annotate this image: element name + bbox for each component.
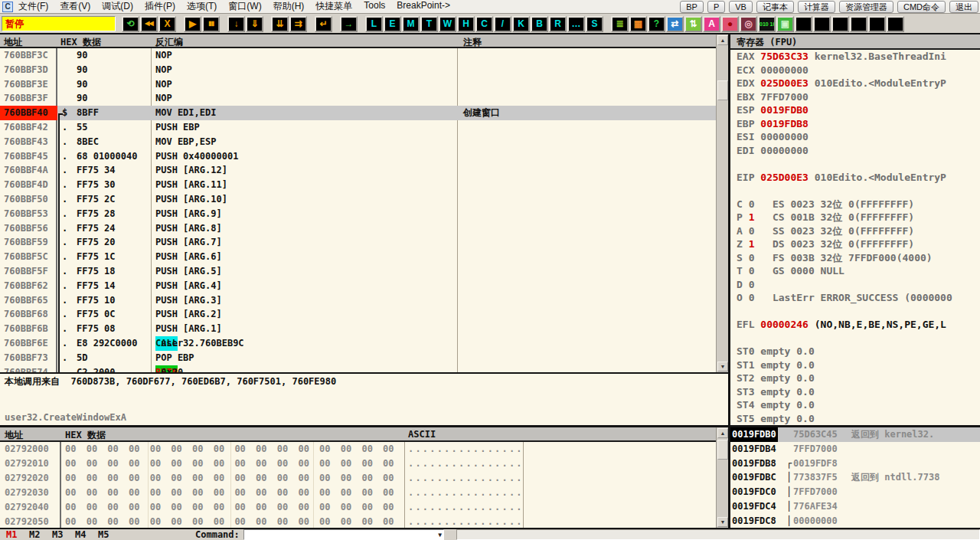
dump-row[interactable]: 02792040 00 00 00 00 00 00 00 00 00 00 0… [0,500,716,515]
disassembly-row[interactable]: 760BBF45 . 68 01000040 PUSH 0x40000001 [0,149,728,164]
chevron-down-icon[interactable]: ▼ [438,532,442,538]
menu-file[interactable]: 文件(F) [18,0,49,13]
vb-button[interactable]: VB [729,1,753,13]
disassembly-row[interactable]: 760BBF3C 90 NOP [0,48,728,63]
disassembly-row[interactable]: 760BBF3F 90 NOP [0,91,728,106]
register-line[interactable]: ST3 empty 0.0 [730,385,980,399]
binary-button[interactable]: 010 101 [758,16,776,32]
tables-button[interactable]: ▦ [629,16,647,32]
stack-row[interactable]: 0019FDBC │ 773837F5 返回到 ntdll.7738 [730,470,980,485]
p-button[interactable]: P [707,1,725,13]
register-line[interactable] [730,157,980,171]
register-line[interactable]: ECX 00000000 [730,64,980,77]
register-line[interactable]: O 0 LastErr ERROR_SUCCESS (0000000 [730,291,980,305]
register-line[interactable] [730,305,980,319]
disassembly-row[interactable]: 760BBF4A . FF75 34 PUSH [ARG.12] [0,163,728,178]
go-to-button[interactable]: → [340,16,358,32]
scrollbar-thumb[interactable] [717,80,728,100]
animate-over-button[interactable]: ⇉ [289,16,307,32]
disassembly-row[interactable]: 760BBF40 $ 8BFF MOV EDI,EDI 创建窗口 [0,106,728,120]
restart-button[interactable]: ⟲ [122,16,139,32]
dump-scrollbar[interactable]: ▲ ▼ [716,427,728,528]
disassembly-row[interactable]: 760BBF59 . FF75 20 PUSH [ARG.7] [0,235,728,250]
windows-list-button[interactable]: ≣ [611,16,629,32]
cpu-window-button[interactable]: C [475,16,493,32]
dump-row[interactable]: 02792030 00 00 00 00 00 00 00 00 00 00 0… [0,486,716,500]
help-button[interactable]: ? [648,16,665,32]
scrollbar-thumb[interactable] [717,440,728,460]
disassembly-row[interactable]: 760BBF74 . C2 2000 RETN 0x20 [0,365,728,372]
register-line[interactable]: P 1 CS 001B 32位 0(FFFFFFFF) [730,211,980,224]
memory-window-button[interactable]: M [402,16,420,32]
register-line[interactable]: C 0 ES 0023 32位 0(FFFFFFFF) [730,198,980,211]
disassembly-row[interactable]: 760BBF4D . FF75 30 PUSH [ARG.11] [0,178,728,192]
patches-window-button[interactable]: / [494,16,511,32]
mark-m1[interactable]: M1 [6,529,17,540]
menu-options[interactable]: 选项(T) [186,0,217,13]
threads-window-button[interactable]: T [420,16,438,32]
modules-window-button[interactable]: E [384,16,401,32]
rewind-button[interactable]: ◀◀ [140,16,158,32]
register-line[interactable]: A 0 SS 0023 32位 0(FFFFFFFF) [730,224,980,238]
blank-button-6[interactable] [887,16,904,32]
swap-button[interactable]: ⇄ [666,16,684,32]
scroll-down-arrow-icon[interactable]: ▼ [717,517,728,527]
dump-row[interactable]: 02792010 00 00 00 00 00 00 00 00 00 00 0… [0,457,716,471]
bp-button[interactable]: BP [680,1,704,13]
handles-window-button[interactable]: H [457,16,475,32]
menu-tools[interactable]: Tools [363,0,386,13]
updown-button[interactable]: ⇅ [684,16,702,32]
register-line[interactable]: ST2 empty 0.0 [730,371,980,385]
register-line[interactable]: ESP 0019FDB0 [730,103,980,117]
register-line[interactable]: D 0 [730,278,980,292]
register-line[interactable]: S 0 FS 003B 32位 7FFDF000(4000) [730,251,980,265]
close-button[interactable]: X [158,16,176,32]
record-button[interactable]: ● [721,16,739,32]
menu-breakpoint[interactable]: BreakPoint-> [396,0,451,13]
mark-m4[interactable]: M4 [75,529,86,540]
blank-button-4[interactable] [850,16,867,32]
register-line[interactable]: ST1 empty 0.0 [730,358,980,372]
register-line[interactable]: ST0 empty 0.0 [730,345,980,358]
mark-m3[interactable]: M3 [52,529,63,540]
references-window-button[interactable]: R [549,16,567,32]
animate-into-button[interactable]: ⇊ [271,16,289,32]
register-line[interactable]: EAX 75D63C33 kernel32.BaseThreadIni [730,50,980,64]
register-line[interactable]: Z 1 DS 0023 32位 0(FFFFFFFF) [730,237,980,251]
register-line[interactable]: EDX 025D00E3 010Edito.<ModuleEntryP [730,77,980,90]
register-line[interactable]: ESI 00000000 [730,130,980,144]
disassembly-row[interactable]: 760BBF68 . FF75 0C PUSH [ARG.2] [0,307,728,322]
stack-row[interactable]: 0019FDC0 │ 7FFD7000 [730,485,980,499]
register-line[interactable]: EFL 00000246 (NO,NB,E,BE,NS,PE,GE,L [730,318,980,332]
notepad-button[interactable]: 记事本 [756,1,794,13]
explorer-button[interactable]: 资源管理器 [839,1,893,13]
disassembly-row[interactable]: 760BBF5F . FF75 18 PUSH [ARG.5] [0,264,728,279]
step-into-button[interactable]: ↓ [227,16,245,32]
scroll-down-arrow-icon[interactable]: ▼ [717,362,728,371]
calculator-button[interactable]: 计算器 [798,1,835,13]
disassembly-row[interactable]: 760BBF56 . FF75 24 PUSH [ARG.8] [0,221,728,236]
register-line[interactable]: EBP 0019FDB8 [730,117,980,131]
register-line[interactable]: ST5 empty 0.0 [730,412,980,426]
step-over-button[interactable]: ⇓ [246,16,263,32]
stack-row[interactable]: 0019FDC4 │ 776AFE34 [730,499,980,514]
disassembly-row[interactable]: 760BBF3E 90 NOP [0,77,728,92]
disassembly-scrollbar[interactable]: ▲ ▼ [716,34,728,372]
exit-button[interactable]: 退出 [949,1,978,13]
target-button[interactable]: ◎ [740,16,757,32]
cmd-button[interactable]: CMD命令 [897,1,946,13]
disassembly-row[interactable]: 760BBF62 . FF75 14 PUSH [ARG.4] [0,279,728,293]
disassembly-row[interactable]: 760BBF6E . E8 292C0000 CALL user32.760BE… [0,336,728,351]
callstack-window-button[interactable]: K [512,16,530,32]
register-line[interactable]: EBX 7FFD7000 [730,90,980,104]
dump-row[interactable]: 02792020 00 00 00 00 00 00 00 00 00 00 0… [0,471,716,486]
stack-row[interactable]: 0019FDB8 ┌ 0019FDF8 [730,457,980,471]
disassembly-row[interactable]: 760BBF6B . FF75 08 PUSH [ARG.1] [0,322,728,336]
run-trace-window-button[interactable]: … [567,16,585,32]
register-line[interactable]: EDI 00000000 [730,144,980,158]
screen-button[interactable]: ▣ [776,16,794,32]
disassembly-row[interactable]: 760BBF53 . FF75 28 PUSH [ARG.9] [0,207,728,221]
disassembly-row[interactable]: 760BBF50 . FF75 2C PUSH [ARG.10] [0,192,728,207]
command-input[interactable]: ▼ [243,529,444,540]
disassembly-row[interactable]: 760BBF42 . 55 PUSH EBP [0,120,728,135]
